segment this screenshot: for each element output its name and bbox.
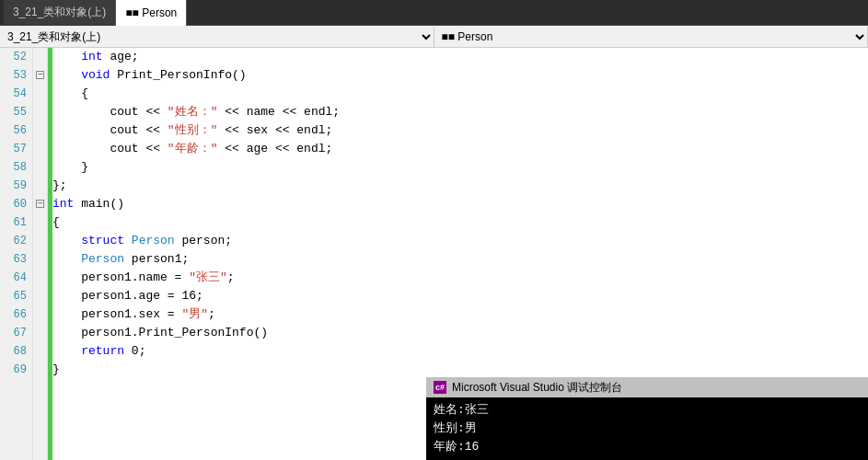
token: "姓名：": [168, 103, 218, 121]
token: "男": [181, 305, 208, 324]
tab-person-label: ■■ Person: [125, 6, 177, 19]
console-line: 姓名:张三: [434, 401, 861, 420]
gutter-cell: [33, 158, 47, 177]
console-content: 姓名:张三性别:男年龄:16: [426, 397, 868, 460]
token: }: [52, 361, 60, 379]
line-num: 62: [0, 232, 32, 250]
code-line[interactable]: return 0;: [52, 342, 868, 361]
code-line[interactable]: void Print_PersonInfo(): [52, 66, 868, 85]
token: ;: [208, 305, 215, 324]
line-num: 61: [0, 213, 32, 232]
token: int: [52, 195, 74, 213]
gutter-cell: [33, 85, 47, 103]
token: ;: [227, 269, 235, 287]
token: void: [81, 66, 110, 85]
token: [52, 66, 81, 85]
gutter-cell[interactable]: −: [33, 195, 47, 213]
line-num: 52: [0, 48, 32, 66]
code-line[interactable]: cout << "性别：" << sex << endl;: [52, 121, 868, 140]
gutter-cell: [33, 305, 47, 324]
line-num: 59: [0, 177, 32, 195]
code-line[interactable]: }: [52, 361, 868, 379]
tab-person[interactable]: ■■ Person: [116, 0, 187, 26]
dropdown-area: 3_21_类和对象(上) ■■ Person: [0, 26, 868, 48]
code-line[interactable]: person1.age = 16;: [52, 287, 868, 305]
token: 0;: [124, 342, 145, 361]
gutter-cell[interactable]: −: [33, 66, 47, 85]
tab-file[interactable]: 3_21_类和对象(上): [4, 0, 116, 26]
line-num: 57: [0, 140, 32, 158]
code-line[interactable]: person1.Print_PersonInfo(): [52, 324, 868, 342]
token: cout: [110, 121, 138, 140]
line-num: 69: [0, 361, 32, 379]
code-line[interactable]: {: [52, 213, 868, 232]
line-num: 63: [0, 250, 32, 269]
code-line[interactable]: };: [52, 177, 868, 195]
token: << age << endl;: [217, 140, 332, 158]
token: [52, 121, 110, 140]
console-title: Microsoft Visual Studio 调试控制台: [452, 380, 622, 396]
line-num: 64: [0, 269, 32, 287]
code-line[interactable]: person1.sex = "男";: [52, 305, 868, 324]
code-line[interactable]: cout << "姓名：" << name << endl;: [52, 103, 868, 121]
line-num: 56: [0, 121, 32, 140]
file-dropdown[interactable]: 3_21_类和对象(上): [0, 27, 434, 47]
gutter-cell: [33, 232, 47, 250]
gutter-cell: [33, 324, 47, 342]
token: Person: [132, 232, 175, 250]
line-numbers: 525354555657585960616263646566676869: [0, 48, 33, 460]
gutter-cell: [33, 213, 47, 232]
editor-container: 3_21_类和对象(上) ■■ Person 3_21_类和对象(上) ■■ P…: [0, 0, 868, 460]
token: [52, 48, 81, 66]
token: person1.name =: [52, 269, 189, 287]
gutter-cell: [33, 269, 47, 287]
gutter-cell: [33, 48, 47, 66]
gutter-cell: [33, 361, 47, 379]
line-num: 65: [0, 287, 32, 305]
gutter-cell: [33, 250, 47, 269]
line-num: 67: [0, 324, 32, 342]
gutter-cell: [33, 177, 47, 195]
tab-file-label: 3_21_类和对象(上): [13, 5, 106, 20]
code-line[interactable]: {: [52, 85, 868, 103]
token: person1.age = 16;: [52, 287, 203, 305]
line-num: 54: [0, 85, 32, 103]
token: };: [52, 177, 67, 195]
token: <<: [139, 140, 168, 158]
fold-icon[interactable]: −: [36, 200, 44, 208]
token: << name << endl;: [217, 103, 340, 121]
token: {: [52, 85, 88, 103]
console-line: 性别:男: [434, 420, 861, 438]
token: [52, 103, 110, 121]
code-line[interactable]: struct Person person;: [52, 232, 868, 250]
token: }: [52, 158, 88, 177]
line-num: 66: [0, 305, 32, 324]
code-line[interactable]: }: [52, 158, 868, 177]
code-line[interactable]: Person person1;: [52, 250, 868, 269]
symbol-dropdown[interactable]: ■■ Person: [434, 27, 869, 47]
token: cout: [110, 103, 138, 121]
token: return: [81, 342, 124, 361]
fold-icon[interactable]: −: [36, 71, 44, 79]
token: [52, 232, 81, 250]
console-line: 年龄:16: [434, 438, 861, 456]
token: person1.Print_PersonInfo(): [52, 324, 268, 342]
token: main(): [74, 195, 124, 213]
code-line[interactable]: int main(): [52, 195, 868, 213]
line-num: 55: [0, 103, 32, 121]
code-line[interactable]: person1.name = "张三";: [52, 269, 868, 287]
gutter-cell: [33, 287, 47, 305]
code-line[interactable]: cout << "年龄：" << age << endl;: [52, 140, 868, 158]
console-titlebar: c# Microsoft Visual Studio 调试控制台: [426, 377, 868, 397]
token: "年龄：": [168, 140, 218, 158]
gutter-cell: [33, 121, 47, 140]
gutter-cell: [33, 140, 47, 158]
token: person1;: [124, 250, 189, 269]
console-overlay: c# Microsoft Visual Studio 调试控制台 姓名:张三性别…: [426, 377, 868, 460]
code-line[interactable]: int age;: [52, 48, 868, 66]
code-area: 525354555657585960616263646566676869 −− …: [0, 48, 868, 460]
token: person;: [175, 232, 232, 250]
token: [52, 140, 110, 158]
token: <<: [139, 103, 168, 121]
console-icon: c#: [434, 381, 446, 394]
